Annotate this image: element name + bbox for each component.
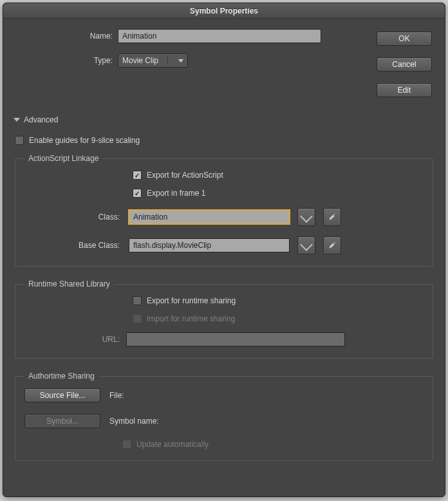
pencil-icon xyxy=(328,241,336,249)
disclosure-triangle-icon xyxy=(14,118,20,122)
runtime-shared-library-legend: Runtime Shared Library xyxy=(24,279,114,288)
symbol-button: Symbol... xyxy=(24,414,100,428)
export-runtime-sharing-checkbox[interactable]: ✓ xyxy=(133,296,142,305)
edit-class-button[interactable] xyxy=(323,208,341,226)
dialog-title: Symbol Properties xyxy=(3,3,445,19)
edit-button[interactable]: Edit xyxy=(377,83,432,97)
export-for-actionscript-checkbox[interactable]: ✓ xyxy=(133,171,142,180)
class-label: Class: xyxy=(24,213,121,222)
validate-base-class-button[interactable] xyxy=(297,236,315,254)
chevron-down-icon xyxy=(178,59,183,62)
edit-base-class-button[interactable] xyxy=(323,236,341,254)
nine-slice-label: Enable guides for 9-slice scaling xyxy=(29,136,140,145)
cancel-button[interactable]: Cancel xyxy=(377,57,432,71)
type-dropdown[interactable]: Movie Clip xyxy=(118,53,188,68)
export-in-frame1-checkbox[interactable]: ✓ xyxy=(133,189,142,198)
authortime-sharing-legend: Authortime Sharing xyxy=(24,372,98,381)
update-automatically-label: Update automatically xyxy=(136,440,209,449)
update-automatically-checkbox: ✓ xyxy=(122,440,131,449)
url-label: URL: xyxy=(24,335,121,344)
symbol-name-label: Symbol name: xyxy=(109,417,159,426)
actionscript-linkage-legend: ActionScript Linkage xyxy=(24,154,102,163)
export-runtime-sharing-label: Export for runtime sharing xyxy=(147,296,236,305)
export-for-actionscript-label: Export for ActionScript xyxy=(147,171,223,180)
advanced-label: Advanced xyxy=(24,115,58,124)
validate-class-button[interactable] xyxy=(297,208,315,226)
type-dropdown-value: Movie Clip xyxy=(122,56,158,65)
ok-button[interactable]: OK xyxy=(377,32,432,46)
source-file-button[interactable]: Source File... xyxy=(24,388,100,402)
base-class-field[interactable] xyxy=(129,238,290,252)
runtime-shared-library-group: Runtime Shared Library ✓ Export for runt… xyxy=(15,279,433,359)
import-runtime-sharing-label: Import for runtime sharing xyxy=(147,314,235,323)
export-in-frame1-label: Export in frame 1 xyxy=(147,189,205,198)
import-runtime-sharing-checkbox: ✓ xyxy=(133,314,142,323)
pencil-icon xyxy=(328,213,336,221)
name-field[interactable] xyxy=(118,29,321,43)
symbol-properties-dialog: Symbol Properties Name: Type: Movie Clip xyxy=(3,3,445,497)
actionscript-linkage-group: ActionScript Linkage ✓ Export for Action… xyxy=(15,154,433,267)
authortime-sharing-group: Authortime Sharing Source File... File: … xyxy=(15,372,433,461)
type-label: Type: xyxy=(15,56,118,65)
class-field[interactable] xyxy=(129,210,290,224)
nine-slice-checkbox[interactable]: ✓ xyxy=(15,136,24,145)
advanced-disclosure[interactable]: Advanced xyxy=(15,115,433,124)
file-label: File: xyxy=(109,391,124,400)
check-icon xyxy=(300,238,313,251)
url-field xyxy=(126,332,345,346)
base-class-label: Base Class: xyxy=(24,241,121,250)
check-icon xyxy=(300,210,313,223)
name-label: Name: xyxy=(15,32,118,41)
